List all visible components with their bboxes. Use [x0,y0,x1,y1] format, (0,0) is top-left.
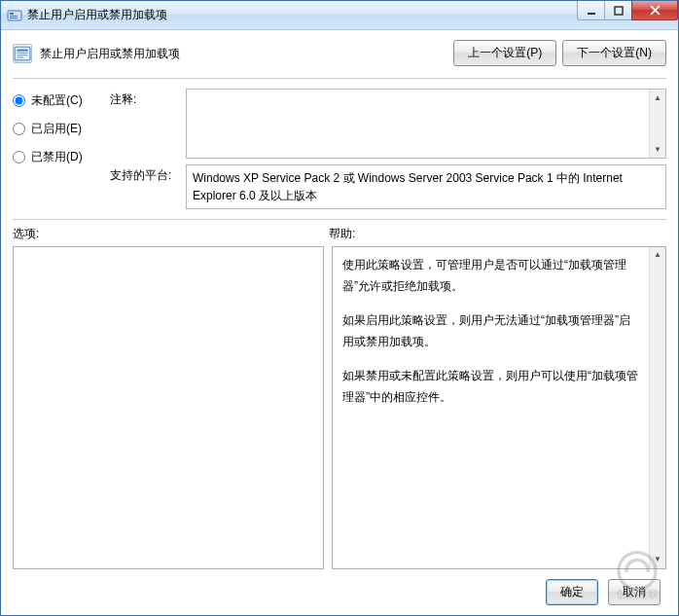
policy-title: 禁止用户启用或禁用加载项 [40,44,446,62]
right-column: 注释: ▲ ▼ 支持的平台: Windows XP Service Pack 2… [110,89,666,209]
maximize-button[interactable] [604,1,632,20]
help-paragraph: 使用此策略设置，可管理用户是否可以通过“加载项管理器”允许或拒绝加载项。 [342,255,638,297]
radio-enabled[interactable]: 已启用(E) [13,121,100,137]
svg-rect-2 [10,16,18,17]
svg-rect-9 [17,49,27,51]
divider [13,219,666,220]
radio-enabled-label: 已启用(E) [31,121,82,137]
window-controls [578,1,678,20]
options-panel[interactable] [13,246,324,569]
comment-scrollbar[interactable]: ▲ ▼ [649,90,665,158]
titlebar: 禁止用户启用或禁用加载项 [1,1,678,30]
lower-panels: 使用此策略设置，可管理用户是否可以通过“加载项管理器”允许或拒绝加载项。 如果启… [13,246,666,569]
minimize-button[interactable] [577,1,605,20]
scroll-up-icon[interactable]: ▲ [650,247,665,264]
section-labels: 选项: 帮助: [13,226,666,242]
dialog-content: 禁止用户启用或禁用加载项 上一个设置(P) 下一个设置(N) 未配置(C) 已启… [1,30,678,615]
platform-row: 支持的平台: Windows XP Service Pack 2 或 Windo… [110,164,666,209]
help-paragraph: 如果启用此策略设置，则用户无法通过“加载项管理器”启用或禁用加载项。 [342,310,638,352]
policy-icon [13,44,32,63]
config-area: 未配置(C) 已启用(E) 已禁用(D) 注释: ▲ [13,89,666,209]
header-row: 禁止用户启用或禁用加载项 上一个设置(P) 下一个设置(N) [13,40,666,66]
app-icon [7,8,22,23]
help-heading: 帮助: [329,226,355,242]
scroll-down-icon[interactable]: ▼ [650,552,665,568]
svg-rect-3 [10,18,18,18]
nav-buttons: 上一个设置(P) 下一个设置(N) [453,40,666,66]
next-setting-button[interactable]: 下一个设置(N) [562,40,666,66]
help-scrollbar[interactable]: ▲ ▼ [649,247,665,568]
radio-disabled-label: 已禁用(D) [31,149,83,165]
divider [13,78,666,79]
state-radio-group: 未配置(C) 已启用(E) 已禁用(D) [13,89,100,209]
svg-rect-12 [17,56,23,57]
radio-enabled-input[interactable] [13,123,25,135]
footer: 确定 取消 [13,569,666,607]
ok-button[interactable]: 确定 [546,579,598,605]
svg-rect-5 [615,7,623,15]
radio-not-configured-label: 未配置(C) [31,92,83,109]
scroll-up-icon[interactable]: ▲ [650,90,665,106]
svg-rect-11 [17,54,27,55]
comment-input[interactable]: ▲ ▼ [186,89,666,159]
close-button[interactable] [631,1,678,20]
comment-label: 注释: [110,89,178,108]
platform-text: Windows XP Service Pack 2 或 Windows Serv… [186,164,666,209]
comment-row: 注释: ▲ ▼ [110,89,666,159]
radio-disabled[interactable]: 已禁用(D) [13,149,100,165]
help-paragraph: 如果禁用或未配置此策略设置，则用户可以使用“加载项管理器”中的相应控件。 [342,366,638,408]
svg-rect-4 [588,13,595,15]
radio-disabled-input[interactable] [13,151,25,163]
cancel-button[interactable]: 取消 [608,579,661,605]
svg-rect-1 [10,13,14,15]
platform-label: 支持的平台: [110,164,178,184]
radio-not-configured[interactable]: 未配置(C) [13,92,100,109]
options-heading: 选项: [13,226,329,242]
scroll-down-icon[interactable]: ▼ [650,141,665,158]
help-panel: 使用此策略设置，可管理用户是否可以通过“加载项管理器”允许或拒绝加载项。 如果启… [332,246,666,569]
radio-not-configured-input[interactable] [13,94,25,107]
svg-rect-10 [17,52,27,53]
prev-setting-button[interactable]: 上一个设置(P) [453,40,556,66]
dialog-window: 禁止用户启用或禁用加载项 禁止用户启用或禁用加载项 上一个设置(P) 下一个设置… [0,0,679,616]
